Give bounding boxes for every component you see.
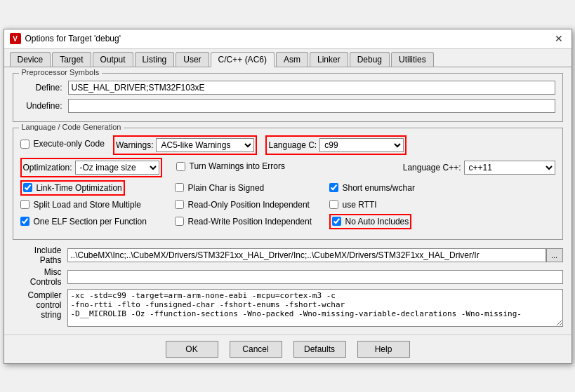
one-elf-label: One ELF Section per Function: [34, 217, 147, 227]
link-time-row: Link-Time Optimization: [20, 180, 125, 196]
readwrite-pos-row: Read-Write Position Independent: [175, 217, 329, 227]
preprocessor-group-label: Preprocessor Symbols: [19, 68, 103, 76]
compiler-control-row: Compiler control string -xc -std=c99 -ta…: [13, 289, 563, 327]
define-label: Define:: [20, 83, 62, 93]
tab-target[interactable]: Target: [52, 52, 91, 67]
one-elf-checkbox[interactable]: [20, 217, 29, 226]
misc-controls-row: Misc Controls: [13, 267, 563, 287]
include-paths-input[interactable]: [67, 248, 546, 262]
tab-output[interactable]: Output: [93, 52, 133, 67]
tab-device[interactable]: Device: [10, 52, 51, 67]
tab-listing[interactable]: Listing: [135, 52, 175, 67]
title-bar-left: V Options for Target 'debug': [10, 33, 121, 44]
language-group: Language / Code Generation Execute-only …: [13, 128, 563, 240]
define-row: Define:: [20, 81, 555, 95]
defaults-button[interactable]: Defaults: [293, 341, 346, 358]
link-time-checkbox[interactable]: [23, 183, 32, 192]
plain-char-label: Plain Char is Signed: [188, 183, 265, 193]
short-enums-checkbox[interactable]: [329, 183, 338, 192]
one-elf-row: One ELF Section per Function: [20, 217, 175, 227]
warnings-select[interactable]: AC5-like Warnings: [156, 138, 254, 152]
tabs-bar: Device Target Output Listing User C/C++ …: [4, 49, 571, 67]
misc-controls-label: Misc Controls: [13, 267, 62, 287]
tab-utilities[interactable]: Utilities: [391, 52, 434, 67]
include-browse-button[interactable]: ...: [546, 248, 563, 262]
tab-debug[interactable]: Debug: [350, 52, 390, 67]
use-rtti-label: use RTTI: [343, 200, 377, 210]
optimization-select[interactable]: -Oz image size: [75, 161, 159, 175]
preprocessor-group: Preprocessor Symbols Define: Undefine:: [13, 73, 563, 122]
tab-asm[interactable]: Asm: [276, 52, 308, 67]
dialog: V Options for Target 'debug' ✕ Device Ta…: [4, 29, 572, 364]
plain-char-checkbox[interactable]: [175, 183, 184, 192]
include-paths-row: Include Paths ...: [13, 245, 563, 265]
cancel-button[interactable]: Cancel: [230, 341, 282, 358]
readonly-pos-label: Read-Only Position Independent: [188, 200, 310, 210]
warnings-label: Warnings:: [116, 140, 154, 150]
language-cpp-label: Language C++:: [403, 163, 461, 173]
misc-controls-input[interactable]: [67, 270, 563, 284]
short-enums-row: Short enums/wchar: [329, 183, 484, 193]
language-cpp-select[interactable]: c++11: [464, 161, 555, 175]
no-auto-includes-label: No Auto Includes: [345, 217, 409, 227]
compiler-control-label: Compiler control string: [13, 290, 62, 320]
readwrite-pos-checkbox[interactable]: [175, 217, 184, 226]
split-load-row: Split Load and Store Multiple: [20, 200, 175, 210]
undefine-row: Undefine:: [20, 99, 555, 113]
undefine-label: Undefine:: [20, 101, 62, 111]
short-enums-label: Short enums/wchar: [343, 183, 415, 193]
dialog-body: Preprocessor Symbols Define: Undefine: L…: [4, 67, 571, 334]
language-c-label: Language C:: [268, 140, 317, 150]
tab-linker[interactable]: Linker: [310, 52, 348, 67]
optimization-group: Optimization: -Oz image size: [20, 158, 162, 177]
define-input[interactable]: [68, 81, 555, 95]
ok-button[interactable]: OK: [166, 341, 218, 358]
turn-warnings-row: Turn Warnings into Errors: [176, 161, 285, 171]
turn-warnings-label: Turn Warnings into Errors: [190, 161, 285, 171]
bottom-bar: OK Cancel Defaults Help: [4, 334, 571, 363]
compiler-control-textarea[interactable]: -xc -std=c99 -target=arm-arm-none-eabi -…: [67, 289, 563, 327]
optimization-label: Optimization:: [23, 163, 72, 173]
dialog-title: Options for Target 'debug': [25, 34, 121, 43]
tab-cpp[interactable]: C/C++ (AC6): [211, 52, 275, 67]
language-c-select[interactable]: c99: [319, 138, 404, 152]
close-button[interactable]: ✕: [552, 32, 566, 46]
language-c-group: Language C: c99: [265, 135, 407, 155]
help-button[interactable]: Help: [357, 341, 410, 358]
split-load-label: Split Load and Store Multiple: [34, 200, 141, 210]
readonly-pos-row: Read-Only Position Independent: [175, 200, 329, 210]
no-auto-includes-checkbox[interactable]: [332, 217, 341, 226]
turn-warnings-checkbox[interactable]: [176, 162, 185, 171]
execute-only-checkbox[interactable]: [20, 140, 29, 149]
link-time-label: Link-Time Optimization: [37, 183, 122, 193]
execute-only-row: Execute-only Code: [20, 139, 105, 149]
readonly-pos-checkbox[interactable]: [175, 200, 184, 209]
tab-user[interactable]: User: [176, 52, 209, 67]
app-icon: V: [10, 33, 21, 44]
execute-only-label: Execute-only Code: [34, 139, 105, 149]
split-load-checkbox[interactable]: [20, 200, 29, 209]
include-paths-label: Include Paths: [13, 245, 62, 265]
undefine-input[interactable]: [68, 99, 555, 113]
language-cpp-group: Language C++: c++11: [403, 161, 555, 175]
warnings-group: Warnings: AC5-like Warnings: [113, 135, 258, 155]
use-rtti-checkbox[interactable]: [329, 200, 338, 209]
use-rtti-row: use RTTI: [329, 200, 484, 210]
readwrite-pos-label: Read-Write Position Independent: [188, 217, 312, 227]
title-bar: V Options for Target 'debug' ✕: [4, 29, 571, 49]
no-auto-includes-row: No Auto Includes: [329, 214, 412, 229]
language-group-label: Language / Code Generation: [19, 123, 124, 131]
plain-char-row: Plain Char is Signed: [175, 183, 329, 193]
